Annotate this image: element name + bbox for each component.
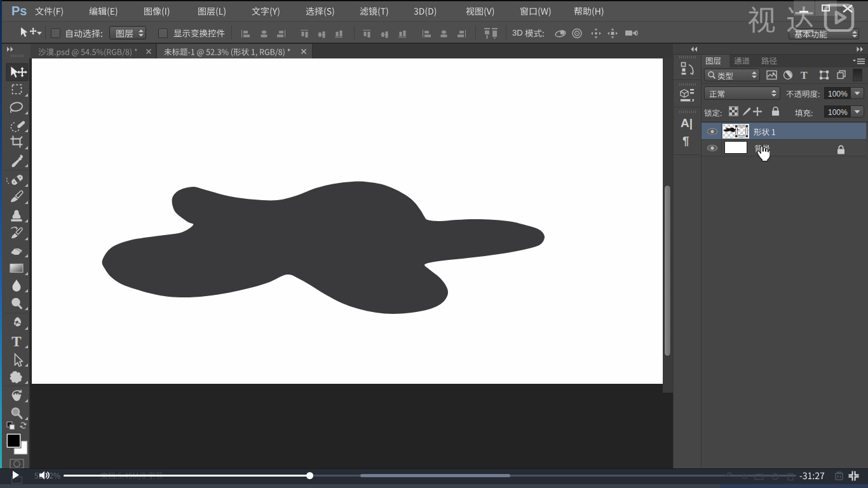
- svg-text:fx: fx: [742, 473, 748, 480]
- svg-text:T: T: [11, 334, 21, 349]
- svg-text:T: T: [801, 70, 808, 80]
